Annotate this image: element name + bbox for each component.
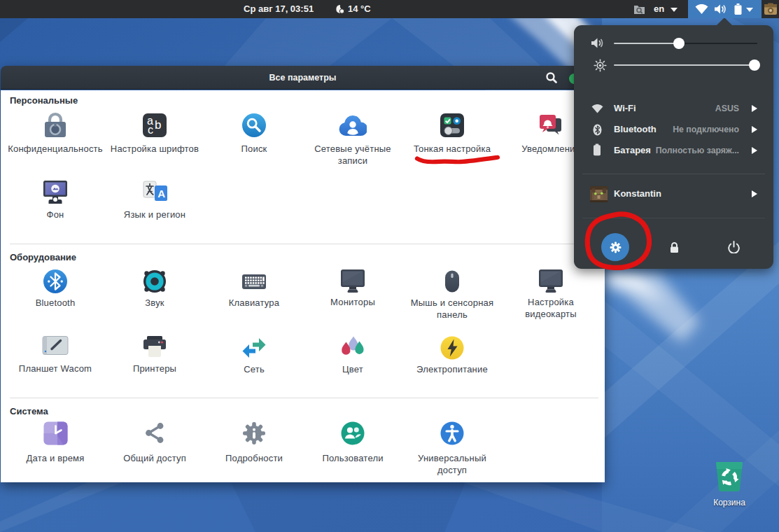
svg-text:A: A: [157, 188, 165, 200]
svg-text:b: b: [155, 118, 161, 132]
svg-text:c: c: [148, 124, 153, 136]
